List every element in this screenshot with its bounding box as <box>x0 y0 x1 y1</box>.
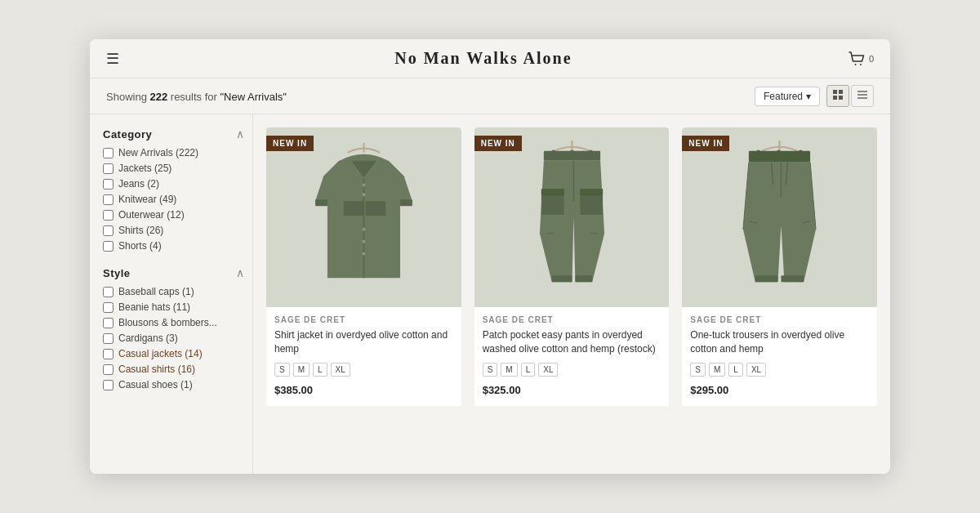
size-xl-0[interactable]: XL <box>331 363 350 377</box>
svg-rect-4 <box>833 96 837 100</box>
style-checkbox-3[interactable] <box>103 333 114 344</box>
svg-rect-30 <box>580 189 603 195</box>
sort-button[interactable]: Featured ▾ <box>755 87 820 106</box>
size-m-2[interactable]: M <box>709 363 725 377</box>
svg-rect-48 <box>755 275 778 282</box>
list-item[interactable]: Shirts (26) <box>103 225 244 236</box>
category-header: Category ∧ <box>103 127 244 141</box>
product-image-0: NEW IN <box>266 127 461 307</box>
size-xl-1[interactable]: XL <box>538 363 558 377</box>
category-label-0: New Arrivals (222) <box>118 147 198 158</box>
svg-rect-5 <box>839 96 843 100</box>
category-checkbox-6[interactable] <box>103 241 114 252</box>
svg-rect-6 <box>858 91 867 92</box>
category-label-5: Shirts (26) <box>118 225 163 236</box>
list-item[interactable]: Casual shoes (1) <box>103 379 244 390</box>
style-checkbox-6[interactable] <box>103 380 114 390</box>
category-checkbox-4[interactable] <box>103 210 114 221</box>
style-checkbox-5[interactable] <box>103 364 114 375</box>
size-l-0[interactable]: L <box>313 363 327 377</box>
svg-rect-24 <box>551 150 555 158</box>
main-layout: Category ∧ New Arrivals (222) Jackets (2… <box>90 114 890 474</box>
category-label-4: Outerwear (12) <box>118 209 185 221</box>
list-view-button[interactable] <box>851 85 874 107</box>
style-items: Baseball caps (1) Beanie hats (11) Blous… <box>103 286 244 390</box>
product-card-2[interactable]: NEW IN <box>682 127 877 406</box>
style-checkbox-4[interactable] <box>103 349 114 359</box>
cart-button[interactable]: 0 <box>848 51 874 67</box>
svg-point-17 <box>362 252 365 256</box>
svg-rect-2 <box>833 90 837 94</box>
list-item[interactable]: New Arrivals (222) <box>103 147 244 158</box>
product-info-1: SAGE DE CRET Patch pocket easy pants in … <box>474 307 670 406</box>
category-toggle[interactable]: ∧ <box>236 127 244 141</box>
category-checkbox-2[interactable] <box>103 179 114 190</box>
category-checkbox-1[interactable] <box>103 163 114 174</box>
list-item[interactable]: Beanie hats (11) <box>103 301 244 313</box>
svg-rect-25 <box>570 150 573 158</box>
category-label-1: Jackets (25) <box>118 163 172 174</box>
list-item[interactable]: Casual jackets (14) <box>103 348 244 359</box>
category-checkbox-0[interactable] <box>103 148 114 158</box>
category-checkbox-5[interactable] <box>103 225 114 236</box>
svg-rect-11 <box>365 201 385 216</box>
style-label-1: Beanie hats (11) <box>118 301 190 313</box>
size-l-1[interactable]: L <box>521 363 536 377</box>
sidebar: Category ∧ New Arrivals (222) Jackets (2… <box>90 114 253 474</box>
svg-rect-34 <box>551 275 572 282</box>
size-m-0[interactable]: M <box>293 363 310 377</box>
size-xl-2[interactable]: XL <box>746 363 766 377</box>
style-label-4: Casual jackets (14) <box>118 348 203 359</box>
product-brand-1: SAGE DE CRET <box>483 315 662 324</box>
list-item[interactable]: Blousons & bombers... <box>103 317 244 328</box>
category-checkbox-3[interactable] <box>103 194 114 205</box>
size-l-2[interactable]: L <box>728 363 743 377</box>
list-item[interactable]: Shorts (4) <box>103 240 244 252</box>
grid-view-button[interactable] <box>826 85 849 107</box>
svg-rect-20 <box>315 199 327 206</box>
new-in-badge-2: NEW IN <box>682 136 729 151</box>
product-card-0[interactable]: NEW IN <box>266 127 461 406</box>
svg-rect-49 <box>782 275 804 282</box>
size-s-1[interactable]: S <box>483 363 498 377</box>
list-item[interactable]: Casual shirts (16) <box>103 364 244 375</box>
style-label-3: Cardigans (3) <box>118 332 178 344</box>
list-item[interactable]: Jackets (25) <box>103 163 244 174</box>
product-card-1[interactable]: NEW IN <box>474 127 670 406</box>
product-sizes-2: S M L XL <box>690 363 869 377</box>
style-toggle[interactable]: ∧ <box>236 266 244 279</box>
size-m-1[interactable]: M <box>501 363 517 377</box>
list-item[interactable]: Cardigans (3) <box>103 332 244 344</box>
new-in-badge-1: NEW IN <box>474 136 522 151</box>
results-suffix: results for <box>167 91 220 103</box>
product-sizes-1: S M L XL <box>483 363 662 377</box>
product-price-2: $295.00 <box>690 384 869 396</box>
menu-icon[interactable]: ☰ <box>106 50 119 68</box>
grid-icon <box>832 89 844 100</box>
results-text: Showing 222 results for "New Arrivals" <box>106 89 287 104</box>
svg-rect-40 <box>757 150 760 159</box>
results-prefix: Showing <box>106 91 149 103</box>
category-label-3: Knitwear (49) <box>118 194 176 205</box>
list-item[interactable]: Baseball caps (1) <box>103 286 244 297</box>
svg-rect-41 <box>777 150 781 159</box>
style-checkbox-0[interactable] <box>103 287 114 297</box>
style-checkbox-2[interactable] <box>103 318 114 328</box>
style-label-2: Blousons & bombers... <box>118 317 217 328</box>
new-in-badge-0: NEW IN <box>266 136 314 151</box>
product-brand-2: SAGE DE CRET <box>690 315 869 324</box>
browser-window: ☰ No Man Walks Alone 0 Showing 222 resul… <box>90 39 890 474</box>
list-item[interactable]: Jeans (2) <box>103 178 244 190</box>
size-s-2[interactable]: S <box>690 363 706 377</box>
sort-arrow: ▾ <box>806 91 811 102</box>
product-name-2: One-tuck trousers in overdyed olive cott… <box>690 328 869 356</box>
svg-rect-8 <box>858 97 867 99</box>
svg-rect-7 <box>858 94 867 96</box>
svg-rect-35 <box>575 275 592 282</box>
list-item[interactable]: Outerwear (12) <box>103 209 244 221</box>
size-s-0[interactable]: S <box>274 363 290 377</box>
style-checkbox-1[interactable] <box>103 302 114 313</box>
svg-point-0 <box>854 64 856 65</box>
list-item[interactable]: Knitwear (49) <box>103 194 244 205</box>
svg-point-16 <box>362 240 365 243</box>
